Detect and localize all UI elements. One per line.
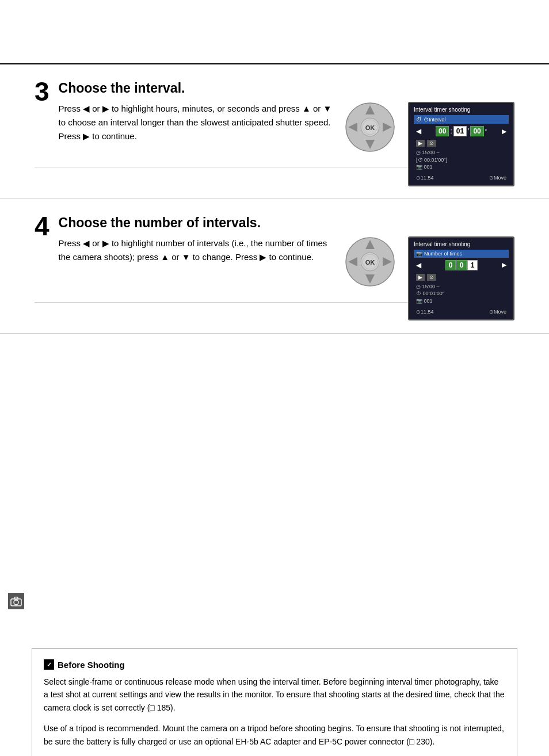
camera-screen-3: Interval timer shooting ⏱⏱Interval ◀ 00 … (408, 102, 514, 186)
note-box: ✓ Before Shooting Select single-frame or… (32, 648, 517, 756)
svg-point-17 (14, 600, 18, 605)
sidebar-camera-icon (8, 593, 24, 609)
cs4-menu-item: 📷Number of times (414, 250, 509, 258)
step-3-content: Choose the interval. Press ◀ or ▶ to hig… (59, 81, 514, 186)
svg-rect-18 (14, 597, 18, 600)
cs4-bottom: ⊙11:54 ⊙Move (414, 308, 509, 316)
cs4-value-row: ◀ 0 0 1 ▶ (414, 260, 509, 270)
step-4-content: Choose the number of intervals. Press ◀ … (59, 215, 514, 320)
step-3-title: Choose the interval. (59, 81, 514, 96)
cs4-digit-3: 1 (467, 260, 478, 270)
svg-text:OK: OK (365, 259, 375, 266)
cs4-digit-1: 0 (445, 260, 456, 270)
step-4-text: Press ◀ or ▶ to highlight number of inte… (59, 236, 332, 264)
step-3-number: 3 (35, 78, 49, 105)
note-title: ✓ Before Shooting (44, 659, 505, 670)
cs3-digit-3: 00 (470, 126, 483, 136)
dpad-4: OK (345, 236, 395, 289)
cs3-digit-1: 00 (436, 126, 449, 136)
cs3-info: ◷ 15:00 – [⏱ 00:01'00"] 📷 001 (414, 148, 509, 172)
step-3-text: Press ◀ or ▶ to highlight hours, minutes… (59, 102, 332, 143)
section-3: 3 Choose the interval. Press ◀ or ▶ to h… (0, 63, 549, 198)
step-4-number: 4 (35, 213, 49, 239)
svg-text:OK: OK (365, 124, 375, 131)
section-4: 4 Choose the number of intervals. Press … (0, 199, 549, 334)
note-para-1: Select single-frame or continuous releas… (44, 675, 505, 714)
note-check-icon: ✓ (44, 659, 54, 670)
cs4-info: ◷ 15:00 – ⏱ 00:01'00" 📷 001 (414, 282, 509, 306)
camera-screen-4: Interval timer shooting 📷Number of times… (408, 236, 514, 320)
cs3-value-row: ◀ 00 : 01 ′ 00 ″ ▶ (414, 126, 509, 136)
cs3-menu-item: ⏱⏱Interval (414, 115, 509, 124)
step-4-title: Choose the number of intervals. (59, 215, 514, 231)
cs3-digit-2: 01 (453, 126, 467, 136)
cs4-digit-2: 0 (456, 260, 467, 270)
cs3-title: Interval timer shooting (414, 106, 509, 113)
cs4-title: Interval timer shooting (414, 241, 509, 247)
note-para-2: Use of a tripod is recommended. Mount th… (44, 722, 505, 748)
dpad-3: OK (345, 102, 395, 154)
page: 3 Choose the interval. Press ◀ or ▶ to h… (0, 32, 549, 756)
cs3-bottom: ⊙11:54 ⊙Move (414, 174, 509, 182)
